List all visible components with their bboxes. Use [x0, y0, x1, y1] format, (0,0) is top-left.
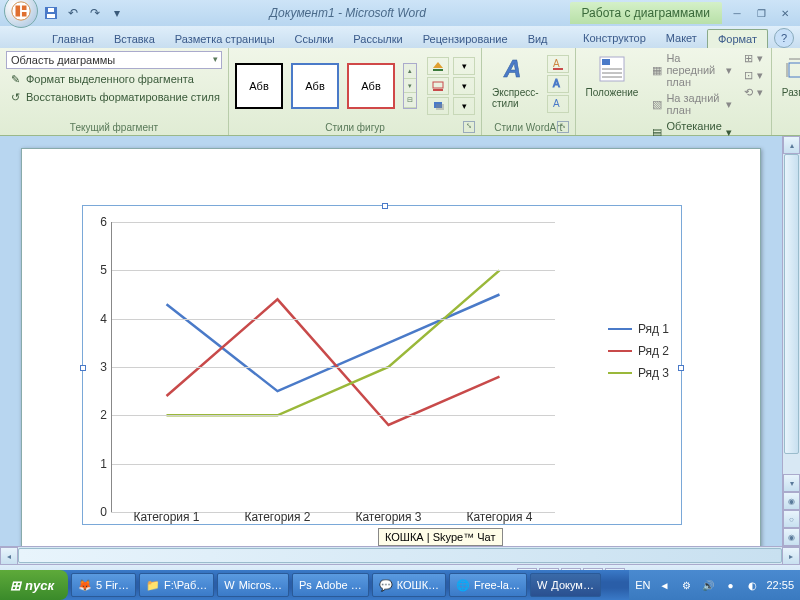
group-label-shape-styles: Стили фигур — [325, 122, 385, 133]
svg-text:A: A — [553, 98, 560, 109]
shape-style-3[interactable]: Абв — [347, 63, 395, 109]
shape-effects-button[interactable] — [427, 97, 449, 115]
system-tray: EN ◄ ⚙ 🔊 ● ◐ 22:55 — [629, 570, 800, 600]
taskbar-item[interactable]: 🦊5 Fir… — [71, 573, 136, 597]
chart-object[interactable]: 0123456 Ряд 1Ряд 2Ряд 3 Категория 1Катег… — [82, 205, 682, 525]
tray-language[interactable]: EN — [635, 579, 650, 591]
reset-style-button[interactable]: ↺Восстановить форматирование стиля — [6, 89, 222, 105]
format-selection-icon: ✎ — [8, 72, 22, 86]
tab-insert[interactable]: Вставка — [104, 30, 165, 48]
shape-effects-more[interactable]: ▾ — [453, 97, 475, 115]
window-title: Документ1 - Microsoft Word — [126, 6, 570, 20]
taskbar-item[interactable]: PsAdobe … — [292, 573, 369, 597]
tray-icon[interactable]: 🔊 — [700, 577, 716, 593]
text-effects-button[interactable]: A — [547, 95, 569, 113]
prev-page-button[interactable]: ◉ — [783, 492, 800, 510]
close-button[interactable]: ✕ — [774, 5, 796, 21]
tray-icon[interactable]: ◐ — [744, 577, 760, 593]
redo-icon[interactable]: ↷ — [86, 4, 104, 22]
position-icon — [596, 53, 628, 85]
group-label-current: Текущий фрагмент — [6, 121, 222, 134]
svg-point-0 — [12, 2, 30, 20]
shape-styles-dialog-launcher[interactable]: ⤡ — [463, 121, 475, 133]
skype-notification[interactable]: КОШКА | Skype™ Чат — [378, 528, 503, 546]
minimize-button[interactable]: ─ — [726, 5, 748, 21]
horizontal-scrollbar[interactable]: ◂ ▸ — [0, 546, 800, 564]
tab-page-layout[interactable]: Разметка страницы — [165, 30, 285, 48]
taskbar-item[interactable]: 💬КОШК… — [372, 573, 446, 597]
scroll-left-button[interactable]: ◂ — [0, 547, 18, 565]
text-outline-button[interactable]: A — [547, 75, 569, 93]
group-icon: ⊡ — [744, 69, 753, 82]
tab-review[interactable]: Рецензирование — [413, 30, 518, 48]
wordart-icon: A — [499, 53, 531, 85]
windows-logo-icon: ⊞ — [10, 578, 21, 593]
send-back-icon: ▧ — [652, 98, 662, 111]
chart-element-selector[interactable]: Область диаграммы — [6, 51, 222, 69]
tab-home[interactable]: Главная — [42, 30, 104, 48]
office-button[interactable] — [4, 0, 38, 28]
chart-y-axis: 0123456 — [89, 222, 109, 512]
tab-layout[interactable]: Макет — [656, 29, 707, 48]
position-button[interactable]: Положение — [582, 51, 643, 100]
svg-text:A: A — [503, 55, 521, 82]
svg-rect-11 — [553, 68, 563, 70]
size-button[interactable]: Размер — [778, 51, 800, 100]
format-selection-button[interactable]: ✎Формат выделенного фрагмента — [6, 71, 196, 87]
bring-front-icon: ▦ — [652, 64, 662, 77]
ribbon: Область диаграммы ✎Формат выделенного фр… — [0, 48, 800, 136]
shape-style-2[interactable]: Абв — [291, 63, 339, 109]
tray-icon[interactable]: ● — [722, 577, 738, 593]
shape-style-gallery-scroll[interactable]: ▴▾⊟ — [403, 63, 417, 109]
text-fill-button[interactable]: A — [547, 55, 569, 73]
vertical-scrollbar[interactable]: ▴ ▾ ◉ ○ ◉ — [782, 136, 800, 546]
taskbar-item-active[interactable]: WДокум… — [530, 573, 601, 597]
shape-outline-more[interactable]: ▾ — [453, 77, 475, 95]
quick-access-toolbar: ↶ ↷ ▾ — [42, 4, 126, 22]
taskbar-item[interactable]: 📁F:\Раб… — [139, 573, 214, 597]
qat-customize-icon[interactable]: ▾ — [108, 4, 126, 22]
group-label-wordart: Стили WordArt — [494, 122, 562, 133]
svg-rect-8 — [436, 104, 444, 110]
tray-icon[interactable]: ◄ — [656, 577, 672, 593]
scroll-right-button[interactable]: ▸ — [782, 547, 800, 565]
scroll-down-button[interactable]: ▾ — [783, 474, 800, 492]
start-button[interactable]: ⊞пуск — [0, 570, 68, 600]
wordart-quick-styles[interactable]: A Экспресс-стили — [488, 51, 543, 111]
taskbar: ⊞пуск 🦊5 Fir… 📁F:\Раб… WMicros… PsAdobe … — [0, 570, 800, 600]
chart-plot-area — [111, 222, 555, 512]
tray-clock[interactable]: 22:55 — [766, 579, 794, 591]
shape-fill-more[interactable]: ▾ — [453, 57, 475, 75]
reset-icon: ↺ — [8, 90, 22, 104]
next-page-button[interactable]: ◉ — [783, 528, 800, 546]
scroll-up-button[interactable]: ▴ — [783, 136, 800, 154]
wordart-dialog-launcher[interactable]: ⤡ — [557, 121, 569, 133]
tray-icon[interactable]: ⚙ — [678, 577, 694, 593]
tab-design[interactable]: Конструктор — [573, 29, 656, 48]
size-icon — [783, 53, 800, 85]
ribbon-tabs: Главная Вставка Разметка страницы Ссылки… — [0, 26, 800, 48]
restore-button[interactable]: ❐ — [750, 5, 772, 21]
svg-rect-19 — [789, 63, 800, 77]
rotate-icon: ⟲ — [744, 86, 753, 99]
shape-style-1[interactable]: Абв — [235, 63, 283, 109]
page[interactable]: 0123456 Ряд 1Ряд 2Ряд 3 Категория 1Катег… — [21, 148, 761, 546]
taskbar-item[interactable]: WMicros… — [217, 573, 289, 597]
save-icon[interactable] — [42, 4, 60, 22]
taskbar-item[interactable]: 🌐Free-la… — [449, 573, 527, 597]
tab-format[interactable]: Формат — [707, 29, 768, 48]
title-bar: ↶ ↷ ▾ Документ1 - Microsoft Word Работа … — [0, 0, 800, 26]
tab-view[interactable]: Вид — [518, 30, 558, 48]
tab-references[interactable]: Ссылки — [285, 30, 344, 48]
undo-icon[interactable]: ↶ — [64, 4, 82, 22]
shape-fill-button[interactable] — [427, 57, 449, 75]
tab-mailings[interactable]: Рассылки — [343, 30, 412, 48]
group-button: ⊡▾ — [742, 68, 765, 83]
rotate-button: ⟲▾ — [742, 85, 765, 100]
send-to-back-button: ▧На задний план▾ — [650, 91, 733, 117]
help-button[interactable]: ? — [774, 28, 794, 48]
svg-rect-2 — [47, 14, 55, 18]
shape-outline-button[interactable] — [427, 77, 449, 95]
svg-rect-3 — [48, 8, 54, 12]
browse-object-button[interactable]: ○ — [783, 510, 800, 528]
